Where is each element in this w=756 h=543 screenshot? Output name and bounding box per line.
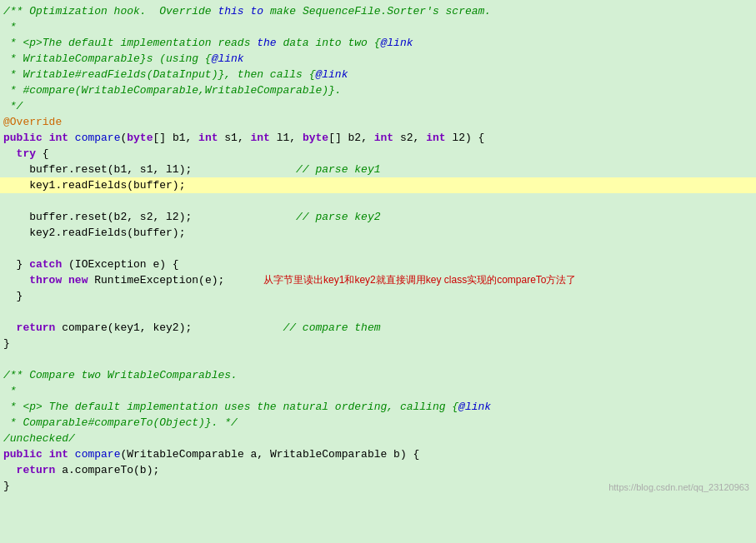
code-line-15: key2.readFields(buffer); bbox=[0, 225, 756, 241]
code-line-7: */ bbox=[0, 98, 756, 114]
code-line-22: } bbox=[0, 336, 756, 351]
code-line-25: * bbox=[0, 383, 756, 399]
code-line-16 bbox=[0, 241, 756, 257]
code-line-21: return compare(key1, key2); // compare t… bbox=[0, 320, 756, 336]
code-line-4: * WritableComparable}s (using {@link bbox=[0, 51, 756, 67]
code-line-19: } bbox=[0, 288, 756, 304]
code-line-23 bbox=[0, 351, 756, 367]
code-line-12: key1.readFields(buffer); bbox=[0, 177, 756, 193]
code-line-13 bbox=[0, 193, 756, 209]
code-line-9: public int compare(byte[] b1, int s1, in… bbox=[0, 130, 756, 146]
code-line-20 bbox=[0, 304, 756, 320]
code-line-17: } catch (IOException e) { bbox=[0, 257, 756, 272]
code-line-6: * #compare(WritableComparable,WritableCo… bbox=[0, 82, 756, 98]
code-line-26: * <p> The default implementation uses th… bbox=[0, 399, 756, 415]
code-line-27: * Comparable#compareTo(Object)}. */ bbox=[0, 415, 756, 431]
code-line-14: buffer.reset(b2, s2, l2); // parse key2 bbox=[0, 209, 756, 225]
code-line-29: public int compare(WritableComparable a,… bbox=[0, 446, 756, 462]
code-line-11: buffer.reset(b1, s1, l1); // parse key1 bbox=[0, 162, 756, 177]
code-line-18: throw new RuntimeException(e); 从字节里读出key… bbox=[0, 272, 756, 288]
code-line-2: * bbox=[0, 19, 756, 35]
code-line-8: @Override bbox=[0, 114, 756, 130]
watermark: https://blog.csdn.net/qq_23120963 bbox=[608, 482, 749, 492]
code-line-10: try { bbox=[0, 146, 756, 162]
code-editor: /** Optimization hook. Override this to … bbox=[0, 0, 756, 497]
code-line-28: /unchecked/ bbox=[0, 431, 756, 446]
code-line-5: * Writable#readFields(DataInput)}, then … bbox=[0, 67, 756, 82]
code-line-30: return a.compareTo(b); bbox=[0, 462, 756, 478]
code-line-24: /** Compare two WritableComparables. bbox=[0, 367, 756, 383]
code-line-1: /** Optimization hook. Override this to … bbox=[0, 3, 756, 19]
code-line-3: * <p>The default implementation reads th… bbox=[0, 35, 756, 51]
